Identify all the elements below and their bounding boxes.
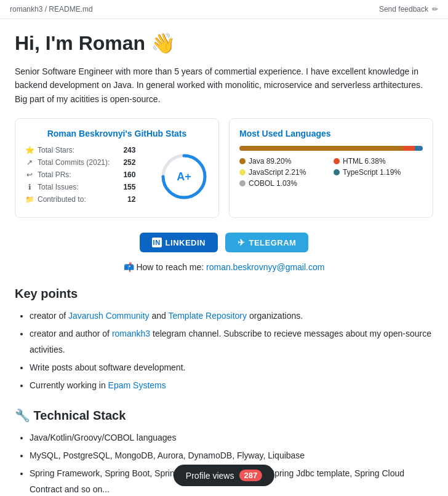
stats-row-value: 12 [118,195,135,204]
language-dot [239,158,246,164]
contact-email[interactable]: roman.beskrovnyy@gmail.com [206,262,324,272]
language-dot [239,169,246,175]
language-name: JavaScript 2.21% [249,168,306,177]
stats-row-label: Total PRs: [38,170,71,179]
telegram-icon: ✈ [238,238,246,247]
languages-title: Most Used Languages [239,129,423,138]
stats-row-icon: ⭐ [25,146,34,154]
list-item: Write posts about software development. [30,360,433,375]
language-dot [239,180,246,186]
stats-row-icon: ↗ [25,158,34,167]
language-dot [334,169,340,175]
page-title: Hi, I'm Roman 👋 [15,31,433,55]
github-stats-card: Roman Beskrovnyi's GitHub Stats ⭐ Total … [15,118,219,218]
key-point-link[interactable]: romankh3 [112,329,150,338]
language-name: Java 89.20% [249,157,291,166]
telegram-button[interactable]: ✈ TELEGRAM [225,233,308,252]
language-name: TypeScript 1.19% [343,168,401,177]
stats-row-label: Contributed to: [38,195,86,204]
linkedin-button[interactable]: in LINKEDIN [140,233,218,252]
stats-row-value: 160 [113,170,135,179]
language-bar [239,146,423,151]
grade-circle: A+ [159,152,209,201]
edit-icon[interactable]: ✏ [432,5,438,14]
breadcrumb: romankh3 / README.md [10,5,93,14]
profile-views-label: Profile views [186,471,234,481]
language-item: COBOL 1.03% [239,179,329,188]
contact-prefix: 📫 How to reach me: [124,262,204,272]
language-dot [334,158,340,164]
language-item: JavaScript 2.21% [239,168,329,177]
language-item: TypeScript 1.19% [334,168,423,177]
top-bar: romankh3 / README.md Send feedback ✏ [0,0,448,19]
contact-line: 📫 How to reach me: roman.beskrovnyy@gmai… [15,262,433,272]
stats-row: ↗ Total Commits (2021): 252 [25,158,135,167]
intro-text: Senior Software Engineer with more than … [15,65,433,106]
language-name: HTML 6.38% [343,157,386,166]
telegram-label: TELEGRAM [249,238,296,247]
stats-row-label: Total Stars: [38,146,74,154]
stats-row-value: 252 [113,158,135,167]
list-item: creator and author of romankh3 telegram … [30,326,433,357]
buttons-section: in LINKEDIN ✈ TELEGRAM [15,233,433,252]
stats-row-icon: ℹ [25,183,34,191]
list-item: creator of Javarush Community and Templa… [30,308,433,324]
linkedin-label: LINKEDIN [166,238,206,247]
language-item: Java 89.20% [239,157,329,166]
language-grid: Java 89.20% HTML 6.38% JavaScript 2.21% … [239,157,423,188]
stats-row: ⭐ Total Stars: 243 [25,146,135,154]
key-points-list: creator of Javarush Community and Templa… [15,308,433,393]
key-point-link[interactable]: Javarush Community [68,311,150,321]
stats-row-value: 155 [113,183,135,191]
key-point-link[interactable]: Epam Systems [108,380,166,390]
stats-row: ℹ Total Issues: 155 [25,183,135,191]
github-stats-title: Roman Beskrovnyi's GitHub Stats [25,129,209,138]
key-points-heading: Key points [15,287,433,301]
list-item: Java/Kotlin/Groovy/COBOL languages [30,430,433,446]
list-item: MySQL, PostgreSQL, MongoDB, Aurora, Dyna… [30,448,433,463]
grade-value: A+ [177,170,191,183]
profile-views-count: 287 [239,470,262,481]
stats-section: Roman Beskrovnyi's GitHub Stats ⭐ Total … [15,118,433,218]
main-content: Hi, I'm Roman 👋 Senior Software Engineer… [0,19,448,496]
stats-row: 📁 Contributed to: 12 [25,195,135,204]
language-name: COBOL 1.03% [249,179,297,188]
stats-row-icon: 📁 [25,195,34,204]
stats-table: ⭐ Total Stars: 243 ↗ Total Commits (2021… [25,146,135,207]
stats-row-label: Total Issues: [38,183,79,191]
stats-row-value: 243 [113,146,135,154]
stats-row-label: Total Commits (2021): [38,158,110,167]
send-feedback-link[interactable]: Send feedback [379,5,428,14]
linkedin-icon: in [152,238,162,247]
key-point-link[interactable]: Template Repository [168,311,247,321]
key-points-section: Key points creator of Javarush Community… [15,287,433,393]
list-item: Currently working in Epam Systems [30,378,433,393]
language-item: HTML 6.38% [334,157,423,166]
stats-row-icon: ↩ [25,170,34,179]
languages-card: Most Used Languages Java 89.20% HTML 6.3… [229,118,433,218]
profile-views-bar: Profile views 287 [174,465,274,486]
stats-row: ↩ Total PRs: 160 [25,170,135,179]
tech-stack-heading: 🔧 Technical Stack [15,408,433,423]
